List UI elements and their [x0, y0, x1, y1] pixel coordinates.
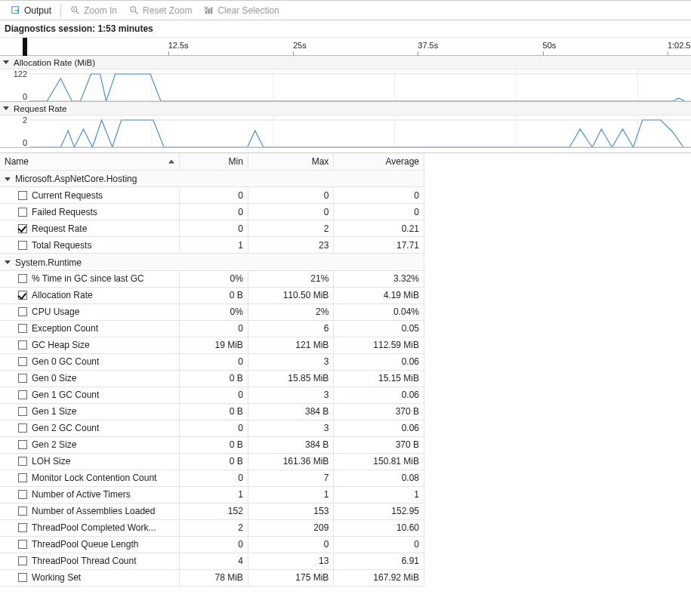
row-avg: 10.60 — [334, 519, 424, 536]
table-row[interactable]: Current Requests000 — [0, 187, 424, 204]
counters-table-wrap[interactable]: Name Min Max Average Microsoft.AspNetCor… — [0, 152, 691, 616]
row-checkbox[interactable] — [18, 507, 27, 516]
output-icon — [11, 5, 21, 16]
session-header: Diagnostics session: 1:53 minutes — [0, 20, 691, 38]
table-row[interactable]: ThreadPool Completed Work...220910.60 — [0, 519, 424, 536]
chart-plot[interactable] — [30, 69, 691, 101]
table-row[interactable]: Monitor Lock Contention Count070.08 — [0, 470, 424, 486]
row-min: 0 — [179, 387, 248, 403]
table-header-row: Name Min Max Average — [0, 153, 424, 170]
table-row[interactable]: Exception Count060.05 — [0, 320, 424, 337]
chart-title: Allocation Rate (MiB) — [14, 58, 95, 67]
group-name: Microsoft.AspNetCore.Hosting — [15, 174, 137, 184]
clear-selection-button[interactable]: Clear Selection — [198, 2, 285, 19]
row-checkbox[interactable] — [18, 424, 27, 433]
row-checkbox[interactable] — [18, 340, 27, 350]
row-checkbox[interactable] — [18, 274, 27, 283]
row-checkbox[interactable] — [18, 324, 27, 333]
row-max: 0 — [248, 536, 334, 553]
table-row[interactable]: Request Rate020.21 — [0, 220, 424, 237]
row-checkbox[interactable] — [18, 457, 27, 466]
row-avg: 370 B — [334, 403, 424, 420]
table-row[interactable]: CPU Usage0%2%0.04% — [0, 303, 424, 320]
row-name: Gen 1 Size — [32, 406, 76, 417]
table-row[interactable]: Gen 0 Size0 B15.85 MiB15.15 MiB — [0, 370, 424, 387]
table-row[interactable]: LOH Size0 B161.36 MiB150.81 MiB — [0, 453, 424, 470]
row-checkbox[interactable] — [18, 573, 27, 582]
chart-plot[interactable] — [30, 116, 691, 147]
row-max: 3 — [248, 387, 334, 403]
row-checkbox[interactable] — [18, 357, 27, 366]
row-avg: 167.92 MiB — [334, 569, 424, 586]
row-checkbox[interactable] — [18, 523, 27, 532]
row-min: 0 B — [179, 370, 248, 387]
row-checkbox[interactable] — [18, 407, 27, 416]
table-row[interactable]: Gen 1 Size0 B384 B370 B — [0, 403, 424, 420]
row-min: 0 — [179, 204, 248, 220]
reset-zoom-button[interactable]: Reset Zoom — [123, 2, 198, 19]
row-avg: 0 — [334, 187, 424, 204]
col-min[interactable]: Min — [179, 153, 248, 170]
row-checkbox[interactable] — [18, 224, 27, 233]
row-checkbox[interactable] — [18, 540, 27, 549]
row-min: 0 — [179, 187, 248, 204]
row-checkbox[interactable] — [18, 473, 27, 482]
table-row[interactable]: % Time in GC since last GC0%21%3.32% — [0, 270, 424, 287]
chart-title-row[interactable]: Allocation Rate (MiB) — [0, 56, 691, 69]
table-row[interactable]: Gen 2 Size0 B384 B370 B — [0, 436, 424, 453]
row-min: 1 — [179, 237, 248, 254]
row-checkbox[interactable] — [18, 291, 27, 300]
row-min: 0 B — [179, 453, 248, 470]
row-min: 0 — [179, 470, 248, 486]
row-checkbox[interactable] — [18, 390, 27, 399]
group-row[interactable]: Microsoft.AspNetCore.Hosting — [0, 170, 424, 187]
row-checkbox[interactable] — [18, 208, 27, 217]
output-button[interactable]: Output — [5, 2, 57, 19]
row-min: 19 MiB — [179, 337, 248, 353]
clear-selection-label: Clear Selection — [217, 5, 279, 16]
col-name[interactable]: Name — [0, 153, 179, 170]
table-row[interactable]: Working Set78 MiB175 MiB167.92 MiB — [0, 569, 424, 586]
col-max[interactable]: Max — [248, 153, 334, 170]
row-name: ThreadPool Queue Length — [32, 539, 138, 550]
y-tick-hi: 122 — [14, 69, 27, 79]
zoom-in-button[interactable]: Zoom In — [64, 2, 123, 19]
table-row[interactable]: Gen 1 GC Count030.06 — [0, 387, 424, 403]
session-label: Diagnostics session: — [5, 23, 95, 34]
row-name: Gen 2 GC Count — [32, 423, 99, 433]
time-marker[interactable] — [23, 38, 27, 56]
row-checkbox[interactable] — [18, 191, 27, 200]
table-row[interactable]: Number of Assemblies Loaded152153152.95 — [0, 503, 424, 519]
sort-asc-icon — [168, 159, 174, 163]
row-checkbox[interactable] — [18, 556, 27, 565]
row-min: 152 — [179, 503, 248, 519]
group-name: System.Runtime — [15, 257, 82, 268]
table-row[interactable]: ThreadPool Thread Count4136.91 — [0, 553, 424, 569]
row-max: 15.85 MiB — [248, 370, 334, 387]
row-checkbox[interactable] — [18, 307, 27, 316]
table-row[interactable]: Number of Active Timers111 — [0, 486, 424, 503]
row-max: 3 — [248, 353, 334, 370]
toolbar: Output Zoom In Reset Zoom Clear Selectio… — [0, 1, 691, 20]
row-checkbox[interactable] — [18, 490, 27, 499]
zoom-in-icon — [70, 5, 81, 16]
group-row[interactable]: System.Runtime — [0, 254, 424, 271]
table-row[interactable]: Gen 0 GC Count030.06 — [0, 353, 424, 370]
table-row[interactable]: Failed Requests000 — [0, 204, 424, 220]
table-row[interactable]: ThreadPool Queue Length000 — [0, 536, 424, 553]
row-name: Working Set — [32, 572, 81, 583]
row-checkbox[interactable] — [18, 440, 27, 449]
col-avg[interactable]: Average — [334, 153, 424, 170]
table-row[interactable]: GC Heap Size19 MiB121 MiB112.59 MiB — [0, 337, 424, 353]
table-row[interactable]: Total Requests12317.71 — [0, 237, 424, 254]
row-checkbox[interactable] — [18, 374, 27, 383]
row-min: 0 B — [179, 436, 248, 453]
reset-zoom-label: Reset Zoom — [143, 5, 192, 16]
time-axis[interactable]: 12.5s25s37.5s50s1:02.5min — [0, 38, 691, 56]
row-min: 0 — [179, 536, 248, 553]
chart-title-row[interactable]: Request Rate — [0, 102, 691, 116]
row-avg: 0.21 — [334, 220, 424, 237]
table-row[interactable]: Allocation Rate0 B110.50 MiB4.19 MiB — [0, 287, 424, 303]
row-checkbox[interactable] — [18, 241, 27, 250]
table-row[interactable]: Gen 2 GC Count030.06 — [0, 420, 424, 436]
